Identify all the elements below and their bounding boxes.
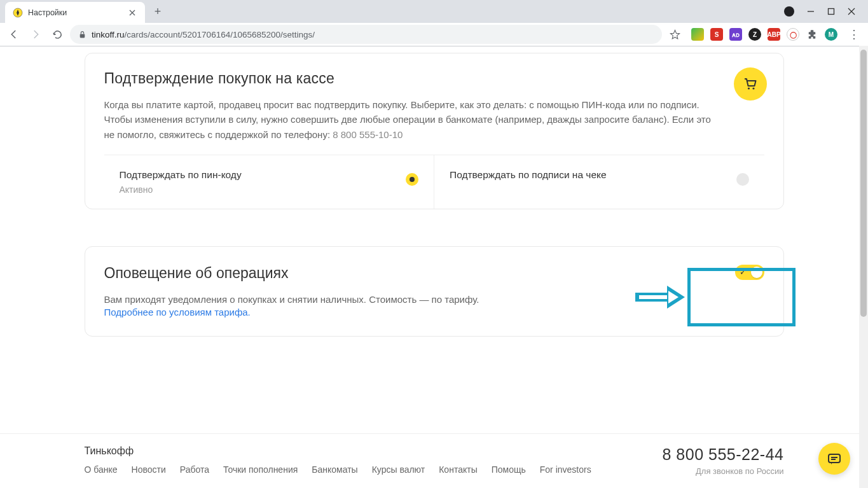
browser-chrome: Настройки + tinkoff.ru/cards/a (0, 0, 868, 46)
forward-button[interactable] (27, 25, 45, 43)
footer-link-rates[interactable]: Курсы валют (372, 464, 425, 475)
extension-icon[interactable]: ◯ (787, 28, 799, 41)
chat-button[interactable] (818, 443, 850, 475)
maximize-button[interactable] (827, 6, 835, 17)
svg-rect-2 (79, 34, 85, 38)
extension-icon[interactable] (691, 28, 704, 41)
tariff-details-link[interactable]: Подробнее по условиям тарифа. (104, 307, 251, 317)
cart-icon (734, 67, 767, 101)
url-path: /cards/account/5201706164/1065685200/set… (125, 30, 315, 39)
bookmark-star-icon[interactable] (666, 25, 684, 43)
option-title: Подтверждать по пин-коду (120, 169, 419, 181)
extensions-puzzle-icon[interactable] (806, 28, 818, 41)
operations-notification-card: Оповещение об операциях Вам приходят уве… (85, 246, 784, 337)
extension-icon[interactable]: Z (748, 28, 761, 41)
svg-rect-7 (829, 454, 840, 463)
page-footer: Тинькофф О банке Новости Работа Точки по… (0, 433, 868, 488)
svg-rect-1 (829, 9, 834, 15)
tab-close-icon[interactable] (127, 8, 137, 18)
incognito-icon (784, 6, 794, 17)
card-title: Оповещение об операциях (104, 265, 764, 282)
scrollbar-thumb[interactable] (860, 50, 867, 317)
tab-bar: Настройки + (0, 0, 868, 23)
window-controls (784, 6, 863, 17)
footer-brand: Тинькофф (85, 445, 591, 457)
toggle-knob (751, 267, 762, 278)
footer-link-news[interactable]: Новости (132, 464, 166, 475)
footer-link-investors[interactable]: For investors (540, 464, 591, 475)
page-content: Подтверждение покупок на кассе Когда вы … (0, 46, 868, 488)
lock-icon (78, 30, 86, 39)
card-description: Вам приходят уведомления о покупках и сн… (104, 292, 764, 307)
footer-phone-sub: Для звонков по России (663, 466, 784, 476)
minimize-button[interactable] (807, 6, 815, 17)
footer-link-about[interactable]: О банке (85, 464, 118, 475)
tab-title: Настройки (28, 8, 67, 17)
browser-tab[interactable]: Настройки (5, 2, 145, 24)
card-description: Когда вы платите картой, продавец просит… (104, 97, 715, 142)
radio-unselected-icon (736, 173, 749, 186)
reload-button[interactable] (48, 25, 66, 43)
svg-point-3 (747, 87, 749, 89)
radio-selected-icon (406, 173, 418, 186)
back-button[interactable] (5, 25, 23, 43)
notifications-toggle[interactable]: ✓ (735, 265, 764, 280)
url-host: tinkoff.ru (92, 30, 125, 39)
footer-phone: 8 800 555-22-44 (663, 445, 784, 464)
scrollbar-track (859, 46, 868, 488)
confirm-by-pin-option[interactable]: Подтверждать по пин-коду Активно (104, 155, 434, 209)
close-window-button[interactable] (848, 6, 855, 17)
footer-link-help[interactable]: Помощь (492, 464, 526, 475)
svg-point-4 (752, 87, 754, 89)
check-icon: ✓ (740, 267, 747, 277)
extension-icon[interactable]: ABP (768, 28, 780, 41)
extension-icon[interactable]: ᴀᴅ (729, 28, 742, 41)
option-title: Подтверждать по подписи на чеке (450, 169, 749, 181)
footer-link-topup[interactable]: Точки пополнения (223, 464, 298, 475)
footer-link-jobs[interactable]: Работа (180, 464, 209, 475)
extension-icon[interactable]: S (710, 28, 723, 41)
confirm-by-signature-option[interactable]: Подтверждать по подписи на чеке (434, 155, 764, 209)
footer-links: О банке Новости Работа Точки пополнения … (85, 464, 591, 475)
option-status: Активно (120, 185, 419, 195)
new-tab-button[interactable]: + (149, 3, 167, 20)
profile-avatar-icon[interactable]: M (825, 28, 837, 41)
browser-menu-button[interactable]: ⋮ (845, 25, 863, 43)
card-title: Подтверждение покупок на кассе (104, 70, 764, 87)
extension-icons: S ᴀᴅ Z ABP ◯ M (687, 28, 841, 41)
footer-link-atms[interactable]: Банкоматы (312, 464, 357, 475)
footer-link-contacts[interactable]: Контакты (439, 464, 477, 475)
address-bar: tinkoff.ru/cards/account/5201706164/1065… (0, 23, 868, 46)
purchase-confirmation-card: Подтверждение покупок на кассе Когда вы … (85, 53, 784, 209)
support-phone: 8 800 555-10-10 (333, 129, 403, 140)
tab-favicon-icon (13, 8, 23, 18)
url-input[interactable]: tinkoff.ru/cards/account/5201706164/1065… (70, 25, 662, 44)
